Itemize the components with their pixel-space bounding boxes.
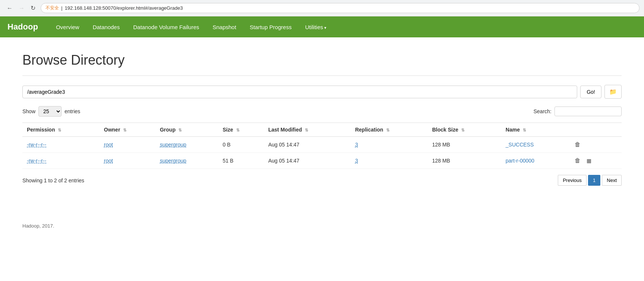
divider [22,75,622,76]
navbar-nav: Overview Datanodes Datanode Volume Failu… [49,18,333,36]
owner-link[interactable]: root [104,142,113,148]
replication-link[interactable]: 3 [355,142,358,148]
cell-group: supergroup [155,137,218,153]
nav-item-utilities[interactable]: Utilities [298,18,333,36]
sort-icon-name: ⇅ [523,128,526,132]
qr-button[interactable]: ▦ [584,157,594,164]
browser-chrome: ← → ↻ 不安全 | 192.168.148.128:50070/explor… [0,0,644,16]
entries-label: entries [65,108,80,114]
navbar: Hadoop Overview Datanodes Datanode Volum… [0,16,644,37]
col-name[interactable]: Name ⇅ [501,123,568,137]
col-replication[interactable]: Replication ⇅ [351,123,428,137]
cell-block-size: 128 MB [428,153,501,169]
footer-text: Hadoop, 2017. [22,223,54,229]
showing-text: Showing 1 to 2 of 2 entries [22,177,84,183]
name-link[interactable]: part-r-00000 [506,158,534,164]
owner-link[interactable]: root [104,158,113,164]
security-warning: 不安全 [46,5,59,11]
table-header: Permission ⇅ Owner ⇅ Group ⇅ Size ⇅ Last… [22,123,622,137]
nav-link-datanode-volume-failures[interactable]: Datanode Volume Failures [126,18,206,36]
permission-link[interactable]: -rw-r--r-- [27,158,46,164]
cell-group: supergroup [155,153,218,169]
nav-item-snapshot[interactable]: Snapshot [206,18,243,36]
delete-button[interactable]: 🗑 [572,157,583,165]
pagination: Previous 1 Next [558,175,622,186]
table-row: -rw-r--r-- root supergroup 0 B Aug 05 14… [22,137,622,153]
nav-buttons: ← → ↻ [4,3,38,13]
cell-permission: -rw-r--r-- [22,137,100,153]
search-label: Search: [534,108,551,114]
sort-icon-owner: ⇅ [123,128,126,132]
nav-item-datanodes[interactable]: Datanodes [86,18,126,36]
cell-replication: 3 [351,153,428,169]
path-row: Go! 📁 [22,85,622,99]
previous-button[interactable]: Previous [558,175,587,186]
address-bar: 不安全 | 192.168.148.128:50070/explorer.htm… [41,3,640,13]
next-button[interactable]: Next [602,175,622,186]
cell-name: _SUCCESS [501,137,568,153]
sort-icon-group: ⇅ [178,128,182,132]
cell-owner: root [100,137,156,153]
url-separator: | [61,5,62,11]
col-block-size[interactable]: Block Size ⇅ [428,123,501,137]
cell-replication: 3 [351,137,428,153]
path-input[interactable] [22,86,577,98]
go-button[interactable]: Go! [580,86,601,98]
col-permission[interactable]: Permission ⇅ [22,123,100,137]
cell-delete: 🗑 [568,137,622,153]
nav-item-datanode-volume-failures[interactable]: Datanode Volume Failures [126,18,206,36]
table-footer: Showing 1 to 2 of 2 entries Previous 1 N… [22,175,622,186]
page-1-button[interactable]: 1 [588,175,600,186]
cell-permission: -rw-r--r-- [22,153,100,169]
main-content: Browse Directory Go! 📁 Show 10 25 50 100… [0,37,644,201]
cell-owner: root [100,153,156,169]
nav-link-datanodes[interactable]: Datanodes [86,18,126,36]
search-box: Search: [534,106,622,116]
show-entries: Show 10 25 50 100 entries [22,106,80,117]
table-body: -rw-r--r-- root supergroup 0 B Aug 05 14… [22,137,622,169]
nav-link-startup-progress[interactable]: Startup Progress [243,18,298,36]
sort-icon-last-modified: ⇅ [305,128,308,132]
navbar-brand[interactable]: Hadoop [7,22,38,32]
table-row: -rw-r--r-- root supergroup 51 B Aug 05 1… [22,153,622,169]
sort-icon-replication: ⇅ [386,128,390,132]
nav-link-utilities[interactable]: Utilities [298,18,333,36]
cell-size: 51 B [218,153,264,169]
col-group[interactable]: Group ⇅ [155,123,218,137]
forward-button[interactable]: → [16,3,27,13]
cell-size: 0 B [218,137,264,153]
col-owner[interactable]: Owner ⇅ [100,123,156,137]
show-label: Show [22,108,35,114]
sort-icon-block-size: ⇅ [461,128,465,132]
sort-icon-permission: ⇅ [58,128,61,132]
permission-link[interactable]: -rw-r--r-- [27,142,46,148]
nav-item-overview[interactable]: Overview [49,18,86,36]
cell-block-size: 128 MB [428,137,501,153]
col-size[interactable]: Size ⇅ [218,123,264,137]
reload-button[interactable]: ↻ [28,3,38,13]
entries-select[interactable]: 10 25 50 100 [38,106,62,117]
url-text: 192.168.148.128:50070/explorer.html#/ave… [65,5,183,11]
directory-table: Permission ⇅ Owner ⇅ Group ⇅ Size ⇅ Last… [22,123,622,169]
col-actions [568,123,622,137]
group-link[interactable]: supergroup [160,158,186,164]
page-title: Browse Directory [22,52,622,68]
group-link[interactable]: supergroup [160,142,186,148]
delete-button[interactable]: 🗑 [572,140,583,149]
name-link[interactable]: _SUCCESS [506,142,534,148]
controls-row: Show 10 25 50 100 entries Search: [22,106,622,117]
cell-delete: 🗑 ▦ [568,153,622,169]
back-button[interactable]: ← [4,3,15,13]
cell-name: part-r-00000 [501,153,568,169]
search-input[interactable] [554,106,622,116]
nav-item-startup-progress[interactable]: Startup Progress [243,18,298,36]
cell-last-modified: Aug 05 14:47 [264,137,351,153]
col-last-modified[interactable]: Last Modified ⇅ [264,123,351,137]
replication-link[interactable]: 3 [355,158,358,164]
site-footer: Hadoop, 2017. [0,216,644,236]
folder-icon: 📁 [609,89,617,95]
nav-link-overview[interactable]: Overview [49,18,86,36]
nav-link-snapshot[interactable]: Snapshot [206,18,243,36]
folder-button[interactable]: 📁 [604,85,622,99]
cell-last-modified: Aug 05 14:47 [264,153,351,169]
